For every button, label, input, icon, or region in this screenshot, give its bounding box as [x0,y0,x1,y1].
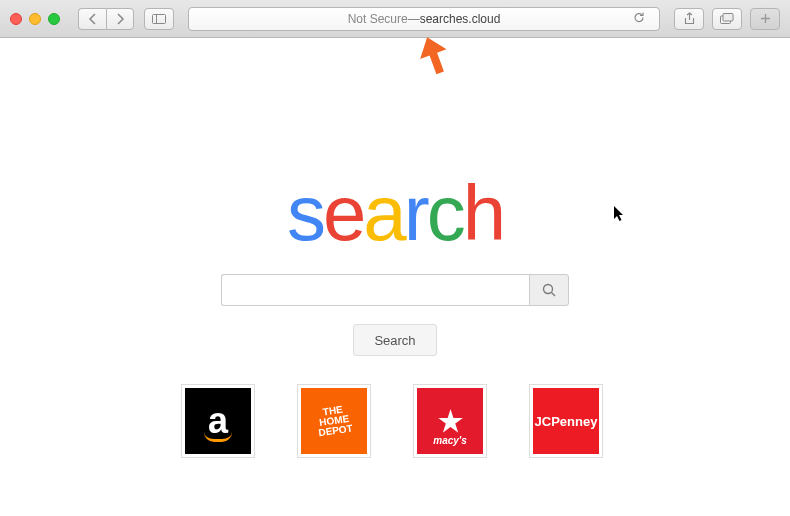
search-icon [542,283,556,297]
share-icon [684,12,695,25]
address-domain: searches.cloud [420,12,501,26]
browser-toolbar: Not Secure — searches.cloud [0,0,790,38]
svg-rect-0 [153,14,166,23]
search-input[interactable] [221,274,529,306]
share-button[interactable] [674,8,704,30]
quick-link-hd[interactable]: THEHOMEDEPOT [297,384,371,458]
chevron-right-icon [116,13,125,25]
reload-button[interactable] [633,11,645,26]
annotation-arrow-icon [418,36,450,76]
logo-letter: e [323,168,363,259]
search-icon-button[interactable] [529,274,569,306]
logo-letter: a [363,168,403,259]
quick-link-macys[interactable]: ★macy's [413,384,487,458]
logo-letter: r [404,168,427,259]
quick-link-jcp[interactable]: JCPenney [529,384,603,458]
sidebar-icon [152,14,166,24]
maximize-window-button[interactable] [48,13,60,25]
tile-graphic: THEHOMEDEPOT [301,388,367,454]
close-window-button[interactable] [10,13,22,25]
address-bar[interactable]: Not Secure — searches.cloud [188,7,660,31]
back-button[interactable] [78,8,106,30]
tile-graphic: JCPenney [533,388,599,454]
address-separator: — [408,12,420,26]
tile-graphic: a [185,388,251,454]
plus-icon [760,13,771,24]
search-form [0,274,790,306]
logo-letter: s [287,168,323,259]
search-logo: search [0,168,790,259]
svg-rect-3 [723,14,733,22]
chevron-left-icon [88,13,97,25]
new-tab-button[interactable] [750,8,780,30]
window-controls [10,13,60,25]
security-status: Not Secure [348,12,408,26]
minimize-window-button[interactable] [29,13,41,25]
svg-line-5 [552,293,556,297]
sidebar-toggle-button[interactable] [144,8,174,30]
tabs-button[interactable] [712,8,742,30]
svg-point-4 [544,285,553,294]
reload-icon [633,11,645,23]
quick-links: aTHEHOMEDEPOT★macy'sJCPenney [0,384,790,458]
search-button[interactable]: Search [353,324,437,356]
nav-buttons [78,8,134,30]
tile-graphic: ★macy's [417,388,483,454]
page-content: search Search aTHEHOMEDEPOT★macy'sJCPenn… [0,168,790,516]
toolbar-right [674,8,780,30]
tabs-icon [720,13,734,24]
logo-letter: c [427,168,463,259]
forward-button[interactable] [106,8,134,30]
quick-link-amazon[interactable]: a [181,384,255,458]
logo-letter: h [463,168,503,259]
